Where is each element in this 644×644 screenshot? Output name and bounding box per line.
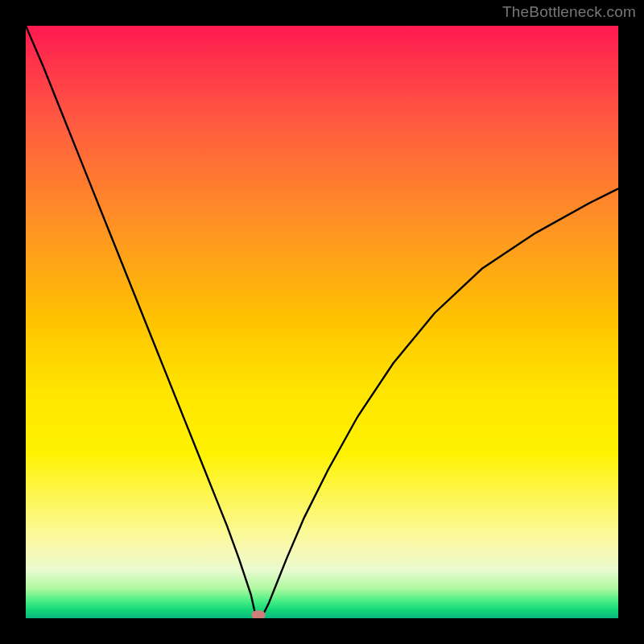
bottleneck-curve: [26, 26, 618, 618]
watermark-text: TheBottleneck.com: [502, 3, 636, 21]
plot-area: [26, 26, 618, 618]
optimal-point-marker: [252, 611, 266, 618]
chart-stage: TheBottleneck.com: [0, 0, 644, 644]
